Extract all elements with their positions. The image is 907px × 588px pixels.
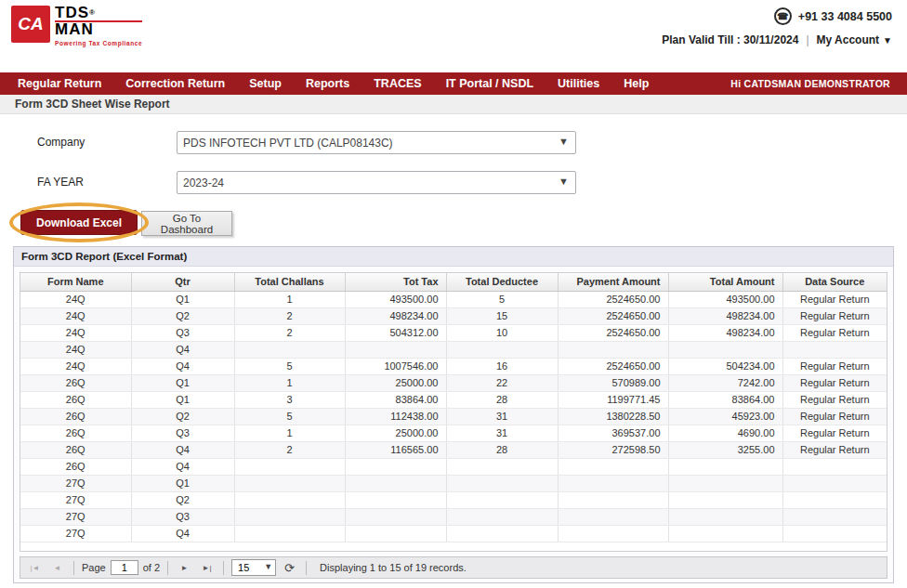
table-row[interactable]: 24QQ451007546.00162524650.00504234.00Reg… — [20, 358, 887, 374]
table-cell: Q2 — [131, 307, 234, 324]
company-select[interactable]: PDS INFOTECH PVT LTD (CALP08143C) — [177, 131, 576, 154]
table-cell — [668, 525, 782, 542]
column-header-data-source[interactable]: Data Source — [782, 273, 887, 291]
column-header-payment-amount[interactable]: Payment Amount — [558, 273, 668, 291]
page-size-select-wrap: 15 ▼ — [231, 559, 276, 576]
company-select-wrap: PDS INFOTECH PVT LTD (CALP08143C) ▼ — [177, 131, 576, 154]
nav-item-help[interactable]: Help — [611, 72, 661, 95]
table-row[interactable]: 24QQ4 — [20, 341, 887, 358]
prev-page-button[interactable]: ◄ — [48, 559, 66, 576]
column-header-tot-tax[interactable]: Tot Tax — [345, 273, 446, 291]
table-cell — [446, 508, 558, 525]
table-cell: 4690.00 — [668, 425, 782, 441]
fa-year-select-wrap: 2023-24 ▼ — [177, 171, 576, 194]
table-cell: 45923.00 — [668, 408, 782, 425]
table-cell — [446, 475, 558, 491]
table-cell: 2 — [234, 324, 345, 341]
table-cell: 25000.00 — [345, 374, 446, 391]
table-cell: 15 — [446, 307, 558, 324]
column-header-form-name[interactable]: Form Name — [20, 273, 131, 291]
table-cell: 2524650.00 — [558, 291, 668, 307]
nav-item-utilities[interactable]: Utilities — [546, 72, 611, 95]
first-page-button[interactable]: |◄ — [26, 559, 44, 576]
table-row[interactable]: 26QQ1125000.0022570989.007242.00Regular … — [20, 374, 887, 391]
table-cell: 22 — [446, 374, 558, 391]
nav-item-regular-return[interactable]: Regular Return — [6, 72, 113, 95]
go-to-dashboard-button[interactable]: Go To Dashboard — [141, 211, 232, 236]
table-cell: Regular Return — [782, 408, 887, 425]
table-cell: 27Q — [20, 475, 131, 491]
table-cell: 2 — [234, 307, 345, 324]
table-row[interactable]: 27QQ4 — [20, 525, 887, 542]
company-label: Company — [37, 136, 85, 149]
table-row[interactable]: 27QQ2 — [20, 491, 887, 508]
last-page-button[interactable]: ►| — [198, 559, 216, 576]
page-of-label: of 2 — [143, 562, 160, 573]
report-panel: Form 3CD Report (Excel Format) Form Name… — [13, 246, 894, 583]
table-cell: 1007546.00 — [345, 358, 446, 374]
table-cell — [782, 458, 887, 475]
table-cell: 570989.00 — [558, 374, 668, 391]
nav-item-reports[interactable]: Reports — [294, 72, 361, 95]
table-cell: 1 — [234, 291, 345, 307]
table-cell — [668, 508, 782, 525]
table-cell: 504234.00 — [668, 358, 782, 374]
table-row[interactable]: 27QQ3 — [20, 508, 887, 525]
table-cell: 3 — [234, 391, 345, 408]
table-row[interactable]: 26QQ4 — [20, 458, 887, 475]
nav-item-it-portal-nsdl[interactable]: IT Portal / NSDL — [434, 72, 546, 95]
panel-title: Form 3CD Report (Excel Format) — [14, 247, 893, 267]
column-header-qtr[interactable]: Qtr — [131, 273, 234, 291]
column-header-total-challans[interactable]: Total Challans — [234, 273, 345, 291]
refresh-icon[interactable]: ⟳ — [281, 559, 298, 576]
table-cell — [446, 341, 558, 358]
pager-divider — [306, 561, 307, 575]
table-cell: Regular Return — [782, 307, 887, 324]
tdsman-logo[interactable]: CA TDS® MAN Powering Tax Compliance — [11, 6, 142, 46]
table-row[interactable]: 26QQ42116565.0028272598.503255.00Regular… — [20, 441, 887, 458]
table-row[interactable]: 24QQ11493500.0052524650.00493500.00Regul… — [20, 291, 887, 307]
table-cell — [668, 341, 782, 358]
table-row[interactable]: 26QQ25112438.00311380228.5045923.00Regul… — [20, 408, 887, 425]
table-cell — [668, 458, 782, 475]
table-body: 24QQ11493500.0052524650.00493500.00Regul… — [20, 291, 887, 542]
pager-bar: |◄ ◄ Page of 2 ► ►| 15 ▼ ⟳ Displaying 1 … — [20, 556, 887, 579]
table-cell: 83864.00 — [668, 391, 782, 408]
table-cell — [782, 508, 887, 525]
my-account-menu[interactable]: My Account ▼ — [817, 33, 892, 46]
phone-number: +91 33 4084 5500 — [798, 10, 892, 23]
nav-item-traces[interactable]: TRACES — [361, 72, 433, 95]
table-row[interactable]: 26QQ3125000.0031369537.004690.00Regular … — [20, 425, 887, 441]
column-header-total-amount[interactable]: Total Amount — [668, 273, 782, 291]
page-label: Page — [82, 562, 106, 573]
page-number-input[interactable] — [111, 560, 138, 575]
table-cell — [345, 525, 446, 542]
table-cell: 3255.00 — [668, 441, 782, 458]
download-excel-button[interactable]: Download Excel — [20, 210, 138, 235]
table-cell: Regular Return — [782, 441, 887, 458]
table-cell — [782, 341, 887, 358]
table-cell: 26Q — [20, 458, 131, 475]
table-cell — [558, 508, 668, 525]
report-grid: Form NameQtrTotal ChallansTot TaxTotal D… — [20, 272, 887, 552]
table-row[interactable]: 26QQ1383864.00281199771.4583864.00Regula… — [20, 391, 887, 408]
plan-line: Plan Valid Till : 30/11/2024 | My Accoun… — [662, 33, 892, 46]
column-header-total-deductee[interactable]: Total Deductee — [446, 273, 558, 291]
table-cell: 28 — [446, 441, 558, 458]
table-cell: 10 — [446, 324, 558, 341]
fa-year-select[interactable]: 2023-24 — [177, 171, 576, 194]
page-size-select[interactable]: 15 — [231, 559, 276, 576]
table-cell — [345, 341, 446, 358]
table-cell: 2524650.00 — [558, 307, 668, 324]
table-cell: Q1 — [131, 475, 234, 491]
next-page-button[interactable]: ► — [176, 559, 193, 576]
nav-item-correction-return[interactable]: Correction Return — [113, 72, 237, 95]
table-cell: Q1 — [131, 374, 234, 391]
nav-item-setup[interactable]: Setup — [237, 72, 294, 95]
table-cell: 1 — [234, 374, 345, 391]
table-row[interactable]: 27QQ1 — [20, 475, 887, 491]
table-cell — [345, 508, 446, 525]
table-cell: 83864.00 — [345, 391, 446, 408]
table-row[interactable]: 24QQ32504312.00102524650.00498234.00Regu… — [20, 324, 887, 341]
table-row[interactable]: 24QQ22498234.00152524650.00498234.00Regu… — [20, 307, 887, 324]
